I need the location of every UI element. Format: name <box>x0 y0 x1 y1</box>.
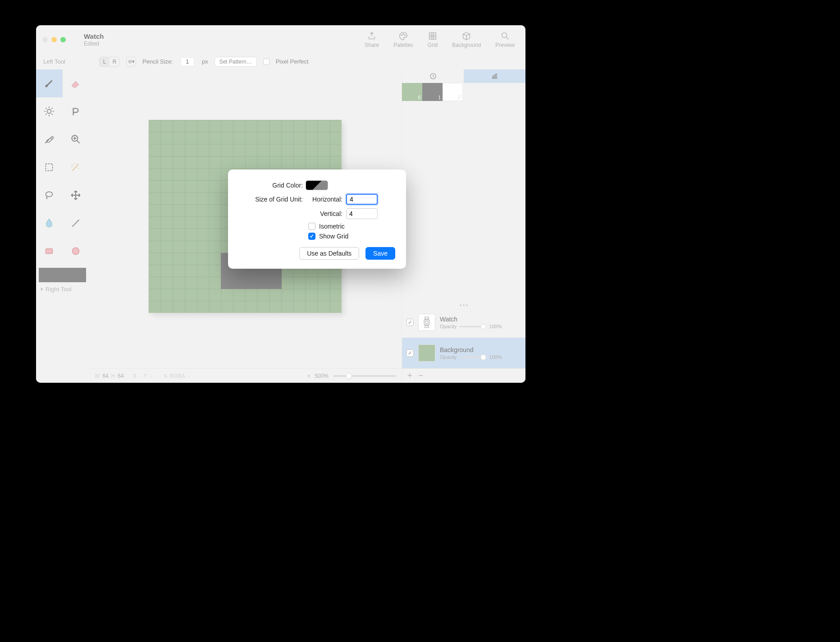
tool-marquee[interactable] <box>36 153 63 181</box>
grid-button[interactable]: Grid <box>428 31 438 48</box>
swatch-2[interactable]: 2 <box>443 83 463 101</box>
show-grid-checkbox[interactable] <box>308 233 315 240</box>
zoom-slider[interactable] <box>333 375 396 377</box>
search-icon <box>500 31 510 41</box>
layer-watch[interactable]: ✓ Watch Opacity 100% <box>402 307 525 338</box>
tool-text[interactable] <box>63 97 89 125</box>
tool-lighten[interactable] <box>36 97 63 125</box>
horizontal-label: Horizontal: <box>306 196 346 203</box>
tool-rect[interactable] <box>36 237 63 265</box>
grid-settings-dialog: Grid Color: Size of Grid Unit: Horizonta… <box>228 170 406 269</box>
status-h: 64 <box>118 373 123 379</box>
isometric-checkbox[interactable] <box>308 223 315 230</box>
tool-zoom[interactable] <box>63 125 89 153</box>
tool-wand[interactable] <box>63 153 89 181</box>
chevron-right-icon <box>40 287 44 291</box>
cube-icon <box>461 31 471 41</box>
updown-icon[interactable]: ⇅ <box>164 373 167 378</box>
tool-eyedropper[interactable] <box>36 125 63 153</box>
layer-watch-opacity-slider[interactable] <box>459 326 486 327</box>
layer-background-opacity-slider[interactable] <box>459 357 486 358</box>
tool-lasso[interactable] <box>36 181 63 209</box>
l-segment[interactable]: L <box>100 57 110 66</box>
svg-point-18 <box>425 321 429 324</box>
window-controls <box>42 37 66 42</box>
layer-watch-visible-checkbox[interactable]: ✓ <box>406 319 414 326</box>
svg-rect-13 <box>494 75 495 78</box>
brush-dropdown[interactable]: ⊝▾ <box>126 57 136 67</box>
tool-eraser[interactable] <box>63 69 89 97</box>
svg-point-5 <box>47 110 51 114</box>
set-pattern-button[interactable]: Set Pattern… <box>215 57 257 67</box>
svg-rect-16 <box>424 320 429 325</box>
status-x: - <box>139 373 141 379</box>
current-color-swatch[interactable] <box>39 268 86 282</box>
swatch-1-idx: 1 <box>438 95 441 100</box>
layer-background[interactable]: ✓ Background Opacity 100% <box>402 338 525 368</box>
tool-ellipse[interactable] <box>63 237 89 265</box>
use-as-defaults-button[interactable]: Use as Defaults <box>299 247 359 260</box>
grid-label: Grid <box>428 42 438 48</box>
layer-watch-opacity-knob[interactable] <box>480 324 486 330</box>
rect-icon <box>43 245 55 257</box>
lr-toggle[interactable]: L R <box>99 57 120 67</box>
add-layer-button[interactable]: + <box>407 371 412 381</box>
preview-label: Preview <box>495 42 515 48</box>
swatch-0[interactable]: 0 <box>402 83 422 101</box>
pencil-size-input[interactable] <box>181 57 194 66</box>
titlebar: Watch Edited Share Palettes Grid Backgro… <box>36 25 525 54</box>
title-block: Watch Edited <box>84 32 104 47</box>
zoom-slider-knob[interactable] <box>346 373 352 379</box>
vertical-input[interactable] <box>346 208 378 219</box>
save-button[interactable]: Save <box>365 247 395 260</box>
pencil-size-unit: px <box>202 58 208 65</box>
layer-background-opacity-label: Opacity <box>440 354 457 360</box>
document-subtitle: Edited <box>84 41 104 47</box>
svg-point-4 <box>502 33 507 38</box>
status-w-label: W <box>95 373 100 379</box>
horizontal-input[interactable] <box>346 194 378 205</box>
pixel-perfect-checkbox[interactable] <box>263 59 269 65</box>
preview-button[interactable]: Preview <box>495 31 515 48</box>
pencil-size-label: Pencil Size: <box>142 58 173 65</box>
palette-swatches: 0 1 2 <box>402 83 525 101</box>
svg-rect-9 <box>46 249 53 254</box>
background-button[interactable]: Background <box>452 31 481 48</box>
move-icon <box>70 189 82 201</box>
share-label: Share <box>365 42 379 48</box>
status-bar: W 64 H 64 X - Y - ⇅ RGBA - ▾ 500% <box>89 368 402 383</box>
minimize-window-button[interactable] <box>51 37 57 42</box>
svg-point-8 <box>46 192 53 197</box>
layers-drag-handle[interactable] <box>402 303 525 307</box>
maximize-window-button[interactable] <box>60 37 66 42</box>
bars-icon <box>491 72 499 80</box>
tab-history[interactable] <box>402 69 464 83</box>
show-grid-label: Show Grid <box>319 233 348 240</box>
r-segment[interactable]: R <box>110 57 119 66</box>
layers-list: ✓ Watch Opacity 100% ✓ B <box>402 307 525 368</box>
svg-point-2 <box>405 35 406 36</box>
eraser-icon <box>70 78 82 89</box>
status-mode-val: - <box>188 373 190 379</box>
right-tool-disclosure[interactable]: Right Tool <box>36 282 89 296</box>
tool-drop[interactable] <box>36 209 63 237</box>
close-window-button[interactable] <box>42 37 48 42</box>
tab-layers[interactable] <box>464 69 525 83</box>
tool-move[interactable] <box>63 181 89 209</box>
watch-icon <box>422 316 431 329</box>
tool-line[interactable] <box>63 209 89 237</box>
svg-rect-3 <box>429 33 436 40</box>
grid-color-well[interactable] <box>306 180 328 190</box>
status-y-label: Y <box>144 373 147 379</box>
share-icon <box>367 31 377 41</box>
palettes-button[interactable]: Palettes <box>393 31 413 48</box>
zoom-glyph[interactable]: ▾ <box>307 373 310 379</box>
swatch-1[interactable]: 1 <box>422 83 443 101</box>
right-sidebar: 0 1 2 ✓ Watch Opacity 100% <box>402 69 525 383</box>
remove-layer-button[interactable]: − <box>419 371 424 381</box>
layer-background-visible-checkbox[interactable]: ✓ <box>406 349 414 357</box>
share-button[interactable]: Share <box>365 31 379 48</box>
layer-background-opacity-knob[interactable] <box>480 354 486 360</box>
layer-background-thumb <box>418 344 435 362</box>
tool-brush[interactable] <box>36 69 63 97</box>
